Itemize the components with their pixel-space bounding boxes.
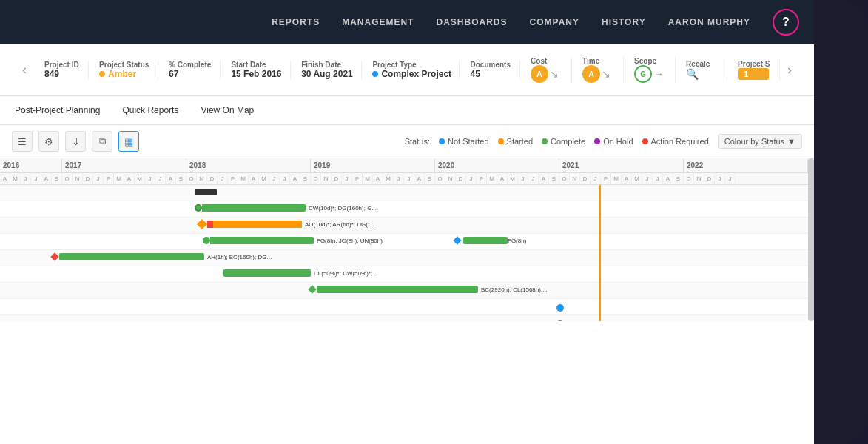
nav-dashboards[interactable]: DASHBOARDS [437,17,508,27]
gantt-bar-group-6: CL(50%)*; CW(50%)*; ... [223,269,379,277]
bar-dot-4 [203,237,210,244]
gantt-bar-group-2: CW(10d)*; DG(160h); G... [195,204,377,212]
cost-label: Cost [531,57,561,65]
subnav-view-on-map[interactable]: View On Map [201,104,254,117]
gantt-chart[interactable]: 2016 2017 2018 2019 2020 2021 2022 AM JJ… [0,158,814,321]
expand-button[interactable]: ⧉ [92,131,112,152]
scope-label: Scope [634,57,665,65]
year-2021: 2021 [559,158,684,172]
finish-date-field: Finish Date 30 Aug 2021 [291,61,362,79]
colour-by-status-label: Colour by Status [724,137,784,146]
gantt-row-2: CW(10d)*; DG(160h); G... [0,201,814,218]
gantt-year-headers: 2016 2017 2018 2019 2020 2021 2022 [0,158,814,173]
sub-nav: Post-Project Planning Quick Reports View… [0,96,814,125]
scope-badge: G [634,65,652,83]
complete-label: % Complete [169,61,209,69]
project-id-field: Project ID 849 [34,61,89,79]
gantt-toolbar: ☰ ⚙ ⇓ ⧉ ▦ Status: Not Started [0,125,814,158]
colour-by-status-chevron: ▼ [787,137,795,146]
settings-button[interactable]: ⚙ [38,131,59,152]
colour-by-status-button[interactable]: Colour by Status ▼ [718,134,802,149]
time-label: Time [582,57,613,65]
project-id-label: Project ID [44,61,78,69]
status-label: Status: [405,137,430,146]
subnav-quick-reports[interactable]: Quick Reports [122,104,178,117]
project-s-field: Project S 1 [727,60,780,80]
gantt-row-8 [0,299,814,315]
time-badge-group: A ↘ [582,65,613,83]
documents-field: Documents 45 [460,61,520,79]
project-type-field: Project Type Complex Project [362,61,460,79]
complete-label: Complete [551,137,585,146]
time-arrow-icon: ↘ [602,68,610,80]
project-s-badge: 1 [738,68,769,80]
year-2022: 2022 [684,158,808,172]
gantt-bar-group-5: AH(1h); BC(160h); DG... [52,253,272,260]
gantt-bar-label-4b: FG(8h) [508,238,526,244]
project-status-value: Amber [99,69,147,79]
chat-icon: ▦ [124,136,133,147]
milestone-dot-8a [556,304,564,312]
download-button[interactable]: ⇓ [65,131,86,152]
gantt-bar-label-4: FG(8h); JO(8h); UN(80h) [317,238,383,244]
not-started-label: Not Started [448,137,489,146]
year-2019: 2019 [311,158,435,172]
gantt-bar-7 [317,286,478,293]
bar-start-diamond-2 [195,204,202,212]
nav-user[interactable]: AARON MURPHY [668,17,750,27]
bar-diamond-5 [50,252,58,260]
download-icon: ⇓ [72,136,80,147]
scope-field: Scope G → [624,57,676,83]
gantt-scrollbar[interactable] [808,158,814,321]
milestone-dot-9 [556,320,564,321]
nav-management[interactable]: MANAGEMENT [342,17,414,27]
gantt-month-headers: AM JJ AS ON D JF MA MJ JA SO ND JF MA MJ… [0,173,814,185]
gantt-row-7: BC(2920h); CL(1568h);... [0,283,814,299]
filter-button[interactable]: ☰ [12,131,33,152]
legend-not-started: Not Started [439,137,489,146]
subnav-post-project[interactable]: Post-Project Planning [15,104,100,117]
top-nav: REPORTS MANAGEMENT DASHBOARDS COMPANY HI… [0,0,814,44]
project-info-bar: ‹ Project ID 849 Project Status Amber % … [0,44,814,96]
amber-dot-icon [99,71,105,77]
finish-date-value: 30 Aug 2021 [301,69,351,79]
project-type-label: Project Type [372,61,448,69]
recalc-search-icon[interactable]: 🔍 [686,68,716,80]
project-id-value: 849 [44,69,78,79]
started-dot [498,138,504,144]
recalc-label: Recalc [686,60,716,68]
chat-button[interactable]: ▦ [118,131,139,152]
time-field: Time A ↘ [572,57,624,83]
legend-action-required: Action Required [642,137,709,146]
settings-icon: ⚙ [44,136,53,147]
year-2017: 2017 [62,158,186,172]
gantt-row-6: CL(50%)*; CW(50%)*; ... [0,266,814,283]
prev-project-arrow[interactable]: ‹ [15,62,34,78]
gantt-bar-group-3: AO(10d)*; AR(6d)*; DG(;... [198,221,374,228]
gantt-row-5: AH(1h); BC(160h); DG... [0,250,814,266]
next-project-arrow[interactable]: › [780,62,799,78]
project-s-label: Project S [738,60,769,68]
blue-dot-icon [372,71,378,77]
help-button[interactable]: ? [773,9,799,36]
gantt-bar-group-4a: FG(8h); JO(8h); UN(80h) [203,237,383,244]
documents-value: 45 [470,69,509,79]
gantt-bar-3-inner [207,221,302,228]
gantt-bar-label-7: BC(2920h); CL(1568h);... [481,286,548,293]
complete-dot [542,138,548,144]
gantt-bar-1 [195,189,217,195]
milestone-4 [453,236,461,244]
nav-company[interactable]: COMPANY [530,17,579,27]
nav-history[interactable]: HISTORY [602,17,646,27]
gantt-row-9 [0,315,814,321]
gantt-bar-label-6: CL(50%)*; CW(50%)*; ... [314,270,379,277]
scope-arrow-icon: → [653,68,664,80]
bar-orange-3 [213,221,302,228]
gantt-rows: CW(10d)*; DG(160h); G... AO(10d)*; AR(6d… [0,185,814,321]
gantt-bar-4b [463,237,508,244]
gantt-row-4: FG(8h); JO(8h); UN(80h) FG(8h) [0,234,814,250]
expand-icon: ⧉ [99,135,106,147]
nav-reports[interactable]: REPORTS [272,17,320,27]
action-required-label: Action Required [651,137,709,146]
on-hold-dot [594,138,600,144]
